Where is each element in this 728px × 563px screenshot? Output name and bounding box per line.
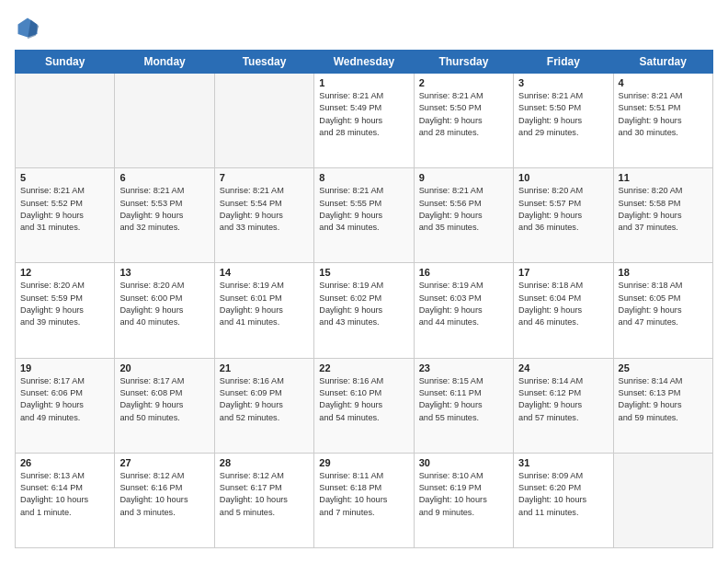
day-cell-14: 14Sunrise: 8:19 AM Sunset: 6:01 PM Dayli… [214,263,313,358]
day-cell-26: 26Sunrise: 8:13 AM Sunset: 6:14 PM Dayli… [16,453,115,547]
day-number: 23 [419,362,508,373]
day-info: Sunrise: 8:18 AM Sunset: 6:05 PM Dayligh… [619,280,708,328]
day-number: 3 [518,77,608,88]
day-info: Sunrise: 8:17 AM Sunset: 6:06 PM Dayligh… [20,375,109,424]
week-row-5: 26Sunrise: 8:13 AM Sunset: 6:14 PM Dayli… [16,453,713,547]
day-info: Sunrise: 8:11 AM Sunset: 6:18 PM Dayligh… [319,470,408,519]
weekday-header-sunday: Sunday [16,51,115,74]
day-cell-15: 15Sunrise: 8:19 AM Sunset: 6:02 PM Dayli… [314,263,414,358]
day-number: 29 [319,457,408,468]
day-number: 19 [20,362,109,373]
day-info: Sunrise: 8:21 AM Sunset: 5:50 PM Dayligh… [518,90,608,139]
day-cell-8: 8Sunrise: 8:21 AM Sunset: 5:55 PM Daylig… [314,168,414,263]
page: SundayMondayTuesdayWednesdayThursdayFrid… [0,0,728,563]
header [15,15,713,40]
day-number: 28 [220,457,309,468]
day-info: Sunrise: 8:18 AM Sunset: 6:04 PM Dayligh… [518,280,608,328]
day-cell-19: 19Sunrise: 8:17 AM Sunset: 6:06 PM Dayli… [16,358,115,453]
day-number: 10 [518,172,608,183]
weekday-header-row: SundayMondayTuesdayWednesdayThursdayFrid… [16,51,713,74]
weekday-header-wednesday: Wednesday [314,51,414,74]
day-info: Sunrise: 8:20 AM Sunset: 5:58 PM Dayligh… [619,185,708,234]
day-info: Sunrise: 8:15 AM Sunset: 6:11 PM Dayligh… [419,375,508,424]
weekday-header-saturday: Saturday [613,51,712,74]
day-number: 4 [619,77,708,88]
day-cell-12: 12Sunrise: 8:20 AM Sunset: 5:59 PM Dayli… [16,263,115,358]
day-cell-10: 10Sunrise: 8:20 AM Sunset: 5:57 PM Dayli… [514,168,613,263]
day-info: Sunrise: 8:10 AM Sunset: 6:19 PM Dayligh… [419,470,508,519]
day-info: Sunrise: 8:21 AM Sunset: 5:55 PM Dayligh… [319,185,408,234]
day-cell-3: 3Sunrise: 8:21 AM Sunset: 5:50 PM Daylig… [514,74,613,168]
day-cell-29: 29Sunrise: 8:11 AM Sunset: 6:18 PM Dayli… [314,453,414,547]
day-info: Sunrise: 8:12 AM Sunset: 6:17 PM Dayligh… [220,470,309,519]
day-number: 1 [319,77,408,88]
calendar-table: SundayMondayTuesdayWednesdayThursdayFrid… [15,50,713,548]
day-number: 9 [419,172,508,183]
week-row-4: 19Sunrise: 8:17 AM Sunset: 6:06 PM Dayli… [16,358,713,453]
day-number: 24 [518,362,608,373]
day-cell-7: 7Sunrise: 8:21 AM Sunset: 5:54 PM Daylig… [214,168,313,263]
day-cell-13: 13Sunrise: 8:20 AM Sunset: 6:00 PM Dayli… [115,263,214,358]
week-row-2: 5Sunrise: 8:21 AM Sunset: 5:52 PM Daylig… [16,168,713,263]
day-cell-17: 17Sunrise: 8:18 AM Sunset: 6:04 PM Dayli… [514,263,613,358]
day-cell-2: 2Sunrise: 8:21 AM Sunset: 5:50 PM Daylig… [414,74,513,168]
day-number: 15 [319,267,408,278]
day-number: 14 [220,267,309,278]
day-cell-18: 18Sunrise: 8:18 AM Sunset: 6:05 PM Dayli… [613,263,712,358]
day-info: Sunrise: 8:14 AM Sunset: 6:12 PM Dayligh… [518,375,608,424]
day-info: Sunrise: 8:19 AM Sunset: 6:01 PM Dayligh… [220,280,309,328]
day-number: 7 [220,172,309,183]
day-info: Sunrise: 8:20 AM Sunset: 5:57 PM Dayligh… [518,185,608,234]
day-info: Sunrise: 8:21 AM Sunset: 5:53 PM Dayligh… [119,185,209,234]
day-number: 18 [619,267,708,278]
weekday-header-friday: Friday [514,51,613,74]
day-cell-20: 20Sunrise: 8:17 AM Sunset: 6:08 PM Dayli… [115,358,214,453]
day-number: 17 [518,267,608,278]
day-info: Sunrise: 8:21 AM Sunset: 5:51 PM Dayligh… [619,90,708,139]
day-number: 8 [319,172,408,183]
day-info: Sunrise: 8:16 AM Sunset: 6:09 PM Dayligh… [220,375,309,424]
day-info: Sunrise: 8:21 AM Sunset: 5:52 PM Dayligh… [20,185,109,234]
day-cell-23: 23Sunrise: 8:15 AM Sunset: 6:11 PM Dayli… [414,358,513,453]
weekday-header-thursday: Thursday [414,51,513,74]
day-number: 31 [518,457,608,468]
day-cell-4: 4Sunrise: 8:21 AM Sunset: 5:51 PM Daylig… [613,74,712,168]
day-number: 21 [220,362,309,373]
day-cell-22: 22Sunrise: 8:16 AM Sunset: 6:10 PM Dayli… [314,358,414,453]
weekday-header-monday: Monday [115,51,214,74]
day-cell-25: 25Sunrise: 8:14 AM Sunset: 6:13 PM Dayli… [613,358,712,453]
day-number: 12 [20,267,109,278]
day-cell-24: 24Sunrise: 8:14 AM Sunset: 6:12 PM Dayli… [514,358,613,453]
day-info: Sunrise: 8:14 AM Sunset: 6:13 PM Dayligh… [619,375,708,424]
day-info: Sunrise: 8:21 AM Sunset: 5:49 PM Dayligh… [319,90,408,139]
day-cell-11: 11Sunrise: 8:20 AM Sunset: 5:58 PM Dayli… [613,168,712,263]
day-cell-1: 1Sunrise: 8:21 AM Sunset: 5:49 PM Daylig… [314,74,414,168]
week-row-3: 12Sunrise: 8:20 AM Sunset: 5:59 PM Dayli… [16,263,713,358]
day-number: 26 [20,457,109,468]
day-info: Sunrise: 8:12 AM Sunset: 6:16 PM Dayligh… [119,470,209,519]
day-cell-27: 27Sunrise: 8:12 AM Sunset: 6:16 PM Dayli… [115,453,214,547]
day-info: Sunrise: 8:21 AM Sunset: 5:54 PM Dayligh… [220,185,309,234]
day-cell-5: 5Sunrise: 8:21 AM Sunset: 5:52 PM Daylig… [16,168,115,263]
empty-cell [613,453,712,547]
day-info: Sunrise: 8:17 AM Sunset: 6:08 PM Dayligh… [119,375,209,424]
day-info: Sunrise: 8:16 AM Sunset: 6:10 PM Dayligh… [319,375,408,424]
logo [15,15,44,40]
day-number: 30 [419,457,508,468]
day-info: Sunrise: 8:19 AM Sunset: 6:02 PM Dayligh… [319,280,408,328]
day-cell-31: 31Sunrise: 8:09 AM Sunset: 6:20 PM Dayli… [514,453,613,547]
day-number: 2 [419,77,508,88]
day-number: 25 [619,362,708,373]
empty-cell [115,74,214,168]
day-number: 20 [119,362,209,373]
day-number: 5 [20,172,109,183]
day-cell-30: 30Sunrise: 8:10 AM Sunset: 6:19 PM Dayli… [414,453,513,547]
weekday-header-tuesday: Tuesday [214,51,313,74]
day-info: Sunrise: 8:20 AM Sunset: 6:00 PM Dayligh… [119,280,209,328]
day-number: 11 [619,172,708,183]
day-cell-16: 16Sunrise: 8:19 AM Sunset: 6:03 PM Dayli… [414,263,513,358]
day-number: 16 [419,267,508,278]
logo-icon [15,15,40,40]
day-info: Sunrise: 8:21 AM Sunset: 5:50 PM Dayligh… [419,90,508,139]
day-cell-6: 6Sunrise: 8:21 AM Sunset: 5:53 PM Daylig… [115,168,214,263]
